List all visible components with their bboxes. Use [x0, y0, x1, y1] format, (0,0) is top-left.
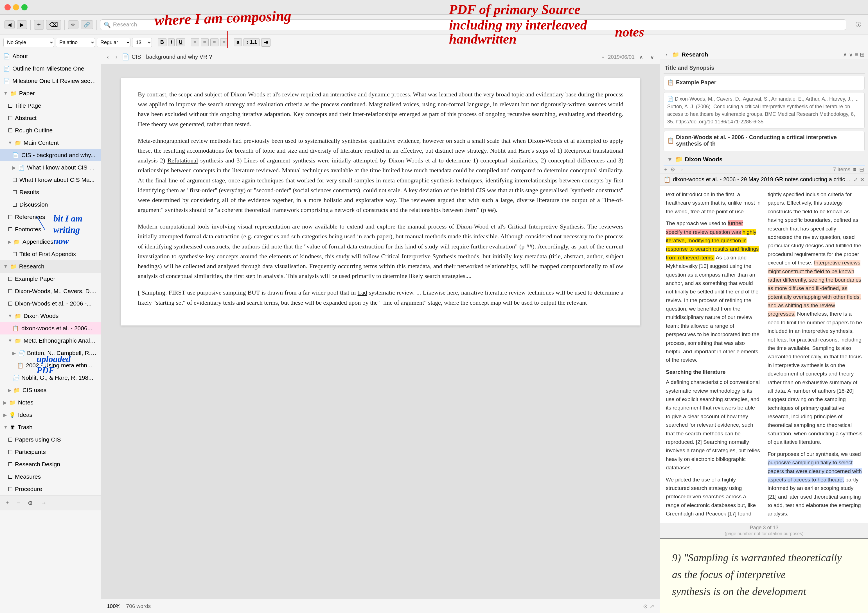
sidebar-item-abstract[interactable]: ☐ Abstract [0, 112, 101, 124]
indent-button[interactable]: ⇥ [261, 38, 271, 46]
subpanel-expand[interactable]: ⤢ [853, 176, 858, 183]
sidebar-item-footnotes[interactable]: ☐ Footnotes [0, 223, 101, 235]
sidebar-item-participants[interactable]: ☐ Participants [0, 446, 101, 458]
font-size-select[interactable]: 13 [132, 38, 152, 47]
sidebar-item-results[interactable]: ☐ Results [0, 186, 101, 198]
sidebar-item-paper-folder[interactable]: ▼ 📁 Paper [0, 87, 101, 99]
sidebar-item-using-meta[interactable]: 📋 2002 - Using meta ethn... [0, 359, 101, 372]
sidebar-item-title-page[interactable]: ☐ Title Page [0, 99, 101, 112]
main-toolbar: ◀ ▶ + ⌫ ✏ 🔗 🔍 Research ⓘ [0, 15, 868, 35]
sidebar-item-rough-outline[interactable]: ☐ Rough Outline [0, 124, 101, 136]
forward-button[interactable]: ▶ [17, 20, 27, 29]
research-toolbar: + ⚙ → 7 items ≡ ⊟ [660, 166, 868, 173]
research-view-list[interactable]: ≡ [855, 51, 858, 58]
sidebar-item-measures[interactable]: ☐ Measures [0, 471, 101, 483]
doc-back-button[interactable]: ‹ [105, 53, 111, 61]
sidebar-remove-button[interactable]: − [15, 498, 23, 507]
research-nav-up[interactable]: ∧ [843, 51, 847, 58]
sidebar-item-trash-folder[interactable]: ▼ 🗑 Trash [0, 421, 101, 433]
sidebar-item-dixon-woods-cavers[interactable]: ☐ Dixon-Woods, M., Cavers, D.... [0, 285, 101, 297]
doc-nav-down[interactable]: ∨ [648, 53, 657, 62]
sidebar-item-dixon-woods-2006[interactable]: ☐ Dixon-Woods et al. - 2006 -... [0, 297, 101, 310]
weight-select[interactable]: Regular [97, 38, 130, 47]
sidebar-item-label: Participants [15, 449, 46, 455]
doc-forward-button[interactable]: › [113, 53, 120, 61]
sidebar-item-research-design[interactable]: ☐ Research Design [0, 458, 101, 471]
sidebar-item-example-paper[interactable]: ☐ Example Paper [0, 272, 101, 285]
subpanel-close[interactable]: ✕ [860, 176, 865, 183]
doc-nav-up[interactable]: ∧ [637, 53, 646, 62]
sidebar-item-what-i-know-2[interactable]: ☐ What I know about CIS Ma... [0, 174, 101, 186]
sidebar-item-dixon-sub[interactable]: 📋 dixon-woods et al. - 2006... [0, 322, 101, 334]
document-scroll-area[interactable]: By contrast, the scope and subject of Di… [101, 64, 660, 599]
sidebar-item-research-folder[interactable]: ▼ 📁 Research [0, 260, 101, 272]
sidebar-item-britten[interactable]: ▶ 📄 Britten, N., Campbell, R., P... [0, 347, 101, 359]
format-sep-1 [155, 37, 155, 48]
line-spacing-button[interactable]: ↕ 1.1 [243, 38, 259, 46]
subpanel-para-3: A defining characteristic of conventiona… [666, 378, 761, 472]
italic-button[interactable]: I [168, 38, 175, 46]
align-justify-button[interactable]: ≡ [220, 38, 228, 46]
research-item-dixon-woods-2006[interactable]: 📋 Dixon-Woods et al. - 2006 - Conducting… [663, 131, 865, 151]
sidebar-settings-button[interactable]: ⚙ [26, 498, 35, 508]
fullscreen-button[interactable] [22, 4, 28, 11]
add-button[interactable]: + [34, 20, 44, 30]
align-center-button[interactable]: ≡ [201, 38, 209, 46]
sidebar-item-dixon-woods-folder[interactable]: ▼ 📁 Dixon Woods [0, 310, 101, 322]
sidebar-item-discussion[interactable]: ☐ Discussion [0, 198, 101, 211]
text-color-button[interactable]: a [234, 38, 242, 46]
sidebar-item-appendices-folder[interactable]: ▶ 📁 Appendices [0, 235, 101, 248]
sidebar-item-first-appendix[interactable]: ☐ Title of First Appendix [0, 248, 101, 260]
font-select[interactable]: Palatino [56, 38, 95, 47]
research-grid-toggle[interactable]: ⊟ [859, 166, 864, 173]
edit-button[interactable]: ✏ [68, 20, 79, 29]
back-button[interactable]: ◀ [5, 20, 15, 29]
disclosure-icon: ▼ [3, 264, 8, 269]
research-back-button[interactable]: ‹ [663, 50, 670, 59]
research-add-item[interactable]: + [664, 166, 668, 173]
sidebar-item-meta-ethno-folder[interactable]: ▼ 📁 Meta-Ethonographic Analysis [0, 334, 101, 347]
style-select[interactable]: No Style [3, 38, 54, 47]
subpanel-controls: ⤢ ✕ [853, 176, 865, 183]
research-view-grid[interactable]: ⊞ [860, 51, 865, 58]
info-button[interactable]: ⓘ [853, 20, 863, 29]
search-bar[interactable]: 🔍 Research [100, 19, 846, 30]
sidebar-item-references[interactable]: ☐ References [0, 211, 101, 223]
align-left-button[interactable]: ≡ [191, 38, 199, 46]
doc-date: 2019/06/01 [608, 54, 635, 60]
minimize-button[interactable] [13, 4, 19, 11]
sidebar-item-noblit[interactable]: 📄 Noblit, G., & Hare, R. 198... [0, 372, 101, 384]
sidebar-item-main-content-folder[interactable]: ▼ 📁 Main Content [0, 136, 101, 149]
research-settings[interactable]: ⚙ [670, 166, 676, 173]
align-right-button[interactable]: ≡ [210, 38, 219, 46]
sidebar-add-button[interactable]: + [3, 498, 11, 507]
doc-paragraph-4: [ Sampling. FIRST use purposive sampling… [138, 288, 623, 307]
bold-button[interactable]: B [158, 38, 166, 46]
folder-icon: 📁 [9, 399, 16, 406]
underline-button[interactable]: U [176, 38, 185, 46]
close-button[interactable] [5, 4, 11, 11]
sidebar-item-cis-background[interactable]: 📄 CIS - background and why... [0, 149, 101, 161]
sidebar-item-cis-uses-folder[interactable]: ▶ 📁 CIS uses [0, 384, 101, 396]
sidebar-item-what-i-know-1[interactable]: ▶ 📄 What I know about CIS Ma... [0, 161, 101, 174]
sidebar-item-ideas[interactable]: ▶ 💡 Ideas [0, 409, 101, 421]
research-folder-dixon-woods[interactable]: ▼ 📁 Dixon Woods [663, 153, 865, 165]
research-item-example-paper[interactable]: 📋 Example Paper [663, 76, 865, 90]
research-link[interactable]: → [678, 166, 684, 173]
sidebar-expand-button[interactable]: → [39, 498, 49, 507]
sidebar-item-procedure[interactable]: ☐ Procedure [0, 483, 101, 495]
research-nav-down[interactable]: ∨ [849, 51, 853, 58]
sidebar-item-outline[interactable]: 📄 Outline from Milestone One [0, 62, 101, 75]
sidebar-item-notes-folder[interactable]: ▶ 📁 Notes [0, 396, 101, 409]
link-button[interactable]: 🔗 [81, 20, 93, 29]
subpanel-para-4: We piloted the use of a highly structure… [666, 475, 761, 518]
delete-button[interactable]: ⌫ [46, 20, 61, 30]
research-view-toggle[interactable]: ≡ [853, 166, 857, 173]
sidebar-item-milestone[interactable]: 📄 Milestone One Lit Review section [0, 75, 101, 87]
sidebar-item-about[interactable]: 📄 About [0, 50, 101, 62]
disclosure-icon: ▼ [8, 140, 12, 145]
sidebar-item-papers-cis[interactable]: ☐ Papers using CIS [0, 433, 101, 446]
research-item-dixon-woods-ref[interactable]: 📄 Dixon-Woods, M., Cavers, D., Agarwal, … [663, 92, 865, 129]
subpanel-page-info: Page 3 of 13 (page number not for citati… [660, 523, 868, 538]
doc-icon: ☐ [12, 201, 17, 208]
